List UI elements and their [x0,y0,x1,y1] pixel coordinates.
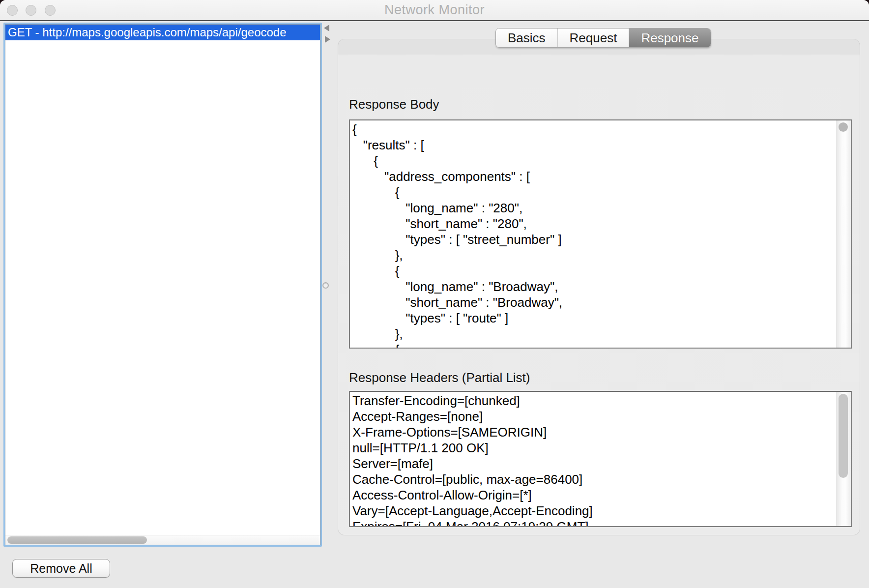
splitpane-collapse-left-icon[interactable] [324,25,329,31]
response-body-label: Response Body [349,97,439,112]
response-headers-scrollbar[interactable] [836,392,851,526]
window-title: Network Monitor [0,0,869,20]
response-headers-text: Transfer-Encoding=[chunked] Accept-Range… [352,393,835,526]
response-headers-box: Transfer-Encoding=[chunked] Accept-Range… [349,391,852,527]
title-bar: Network Monitor [0,0,869,21]
horizontal-scrollbar-thumb[interactable] [7,536,147,544]
response-body-scrollbar[interactable] [836,120,851,348]
horizontal-scrollbar[interactable] [5,535,320,545]
detail-tab-bar: Basics Request Response [495,28,711,48]
response-body-scrollbar-thumb[interactable] [839,122,848,132]
tab-basics[interactable]: Basics [496,29,558,47]
tab-request[interactable]: Request [558,29,630,47]
response-body-text: { "results" : [ { "address_components" :… [352,121,835,348]
request-list: GET - http://maps.googleapis.com/maps/ap… [3,23,322,547]
response-body-box: { "results" : [ { "address_components" :… [349,119,852,349]
tab-response[interactable]: Response [629,29,710,47]
response-headers-scrollbar-thumb[interactable] [839,394,848,478]
splitpane-divider-knob[interactable] [322,282,329,289]
remove-all-button[interactable]: Remove All [12,559,110,578]
request-list-item-selected[interactable]: GET - http://maps.googleapis.com/maps/ap… [5,25,320,40]
network-monitor-window: Network Monitor GET - http://maps.google… [0,0,869,588]
response-headers-label: Response Headers (Partial List) [349,370,530,385]
splitpane-collapse-right-icon[interactable] [325,36,330,43]
